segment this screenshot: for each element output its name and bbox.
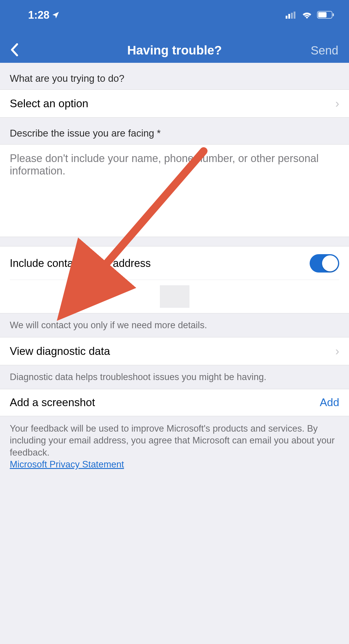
email-section: Include contact email address bbox=[0, 246, 349, 313]
privacy-link[interactable]: Microsoft Privacy Statement bbox=[10, 459, 124, 470]
battery-icon bbox=[317, 9, 334, 21]
nav-bar: Having trouble? Send bbox=[0, 43, 349, 57]
add-screenshot-label: Add a screenshot bbox=[10, 396, 95, 409]
chevron-right-icon: › bbox=[335, 97, 339, 110]
svg-rect-2 bbox=[291, 13, 293, 19]
send-button[interactable]: Send bbox=[311, 44, 338, 57]
back-button[interactable] bbox=[11, 43, 18, 57]
add-screenshot-button[interactable]: Add bbox=[320, 396, 339, 409]
location-icon bbox=[52, 9, 59, 21]
disclaimer: Your feedback will be used to improve Mi… bbox=[0, 416, 349, 477]
wifi-icon bbox=[302, 9, 312, 21]
chevron-right-icon: › bbox=[335, 345, 339, 358]
issue-type-value: Select an option bbox=[10, 97, 88, 110]
issue-type-selector[interactable]: Select an option › bbox=[0, 90, 349, 118]
spacer bbox=[0, 237, 349, 246]
svg-rect-3 bbox=[294, 12, 295, 19]
view-diagnostic-button[interactable]: View diagnostic data › bbox=[0, 337, 349, 365]
diagnostic-note: Diagnostic data helps troubleshoot issue… bbox=[0, 365, 349, 389]
cellular-icon bbox=[286, 9, 297, 21]
email-value-redacted bbox=[160, 285, 189, 308]
add-screenshot-row: Add a screenshot Add bbox=[0, 389, 349, 416]
status-time: 1:28 bbox=[28, 9, 49, 21]
svg-rect-1 bbox=[288, 14, 290, 19]
view-diagnostic-label: View diagnostic data bbox=[10, 345, 110, 358]
page-title: Having trouble? bbox=[0, 43, 349, 57]
include-email-toggle[interactable] bbox=[310, 254, 339, 273]
disclaimer-text: Your feedback will be used to improve Mi… bbox=[10, 423, 335, 458]
svg-rect-0 bbox=[286, 16, 287, 19]
issue-type-label: What are you trying to do? bbox=[0, 63, 349, 90]
include-email-label: Include contact email address bbox=[10, 257, 151, 270]
status-bar: 1:28 bbox=[0, 0, 349, 21]
describe-label: Describe the issue you are facing * bbox=[0, 118, 349, 145]
content: What are you trying to do? Select an opt… bbox=[0, 63, 349, 477]
svg-rect-6 bbox=[333, 13, 334, 16]
svg-rect-5 bbox=[318, 12, 327, 17]
header: 1:28 Having trouble? Send bbox=[0, 0, 349, 63]
email-note: We will contact you only if we need more… bbox=[0, 313, 349, 337]
describe-input[interactable]: Please don't include your name, phone nu… bbox=[0, 145, 349, 237]
